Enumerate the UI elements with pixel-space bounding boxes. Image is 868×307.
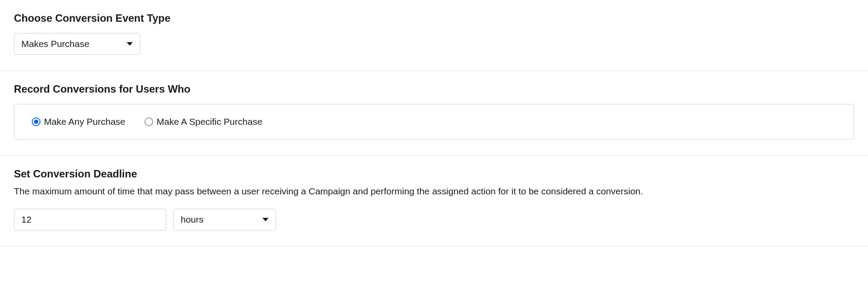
choose-event-type-title: Choose Conversion Event Type (14, 12, 854, 24)
radio-label: Make Any Purchase (44, 117, 125, 127)
radio-make-any-purchase[interactable]: Make Any Purchase (32, 117, 125, 127)
set-deadline-title: Set Conversion Deadline (14, 168, 854, 180)
choose-event-type-section: Choose Conversion Event Type Makes Purch… (0, 0, 868, 71)
record-conversions-title: Record Conversions for Users Who (14, 83, 854, 95)
deadline-unit-select[interactable]: hours (173, 209, 276, 230)
deadline-unit-value: hours (181, 214, 204, 225)
record-conversions-section: Record Conversions for Users Who Make An… (0, 71, 868, 156)
event-type-selected-value: Makes Purchase (21, 39, 89, 49)
set-deadline-description: The maximum amount of time that may pass… (14, 186, 854, 197)
set-deadline-section: Set Conversion Deadline The maximum amou… (0, 156, 868, 247)
radio-dot-icon (34, 120, 38, 124)
event-type-select[interactable]: Makes Purchase (14, 33, 140, 55)
deadline-row: hours (14, 209, 854, 230)
caret-down-icon (127, 42, 133, 46)
radio-icon (145, 117, 153, 126)
radio-icon (32, 117, 40, 126)
radio-label: Make A Specific Purchase (157, 117, 262, 127)
caret-down-icon (262, 218, 269, 221)
record-radio-panel: Make Any Purchase Make A Specific Purcha… (14, 104, 854, 140)
deadline-value-input[interactable] (14, 209, 166, 230)
radio-make-specific-purchase[interactable]: Make A Specific Purchase (145, 117, 262, 127)
